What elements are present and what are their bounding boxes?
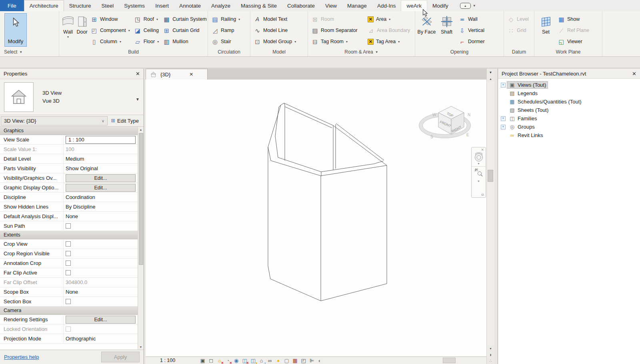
curtain-system-button[interactable]: ▦Curtain System: [162, 14, 208, 25]
level-button[interactable]: ◇Level: [506, 14, 530, 25]
property-value[interactable]: 1 : 100 1 : 100 1 : 100: [63, 135, 138, 144]
temp-view-properties-icon[interactable]: ▢: [282, 357, 291, 364]
property-value[interactable]: Edit... Edit... Edit...: [63, 315, 138, 324]
type-selector[interactable]: 3D View: {3D} ∨: [1, 116, 108, 125]
view-scale-button[interactable]: 1 : 100: [160, 358, 175, 363]
window-button[interactable]: ⊞Window: [89, 14, 132, 25]
tree-item[interactable]: + ∞ Revit Links: [498, 131, 640, 139]
model-group-button[interactable]: ⊡Model Group▾: [252, 36, 298, 47]
expand-icon[interactable]: +: [501, 125, 506, 129]
dormer-button[interactable]: ⌐Dormer: [457, 36, 497, 47]
edit-type-button[interactable]: ⊞ Edit Type: [108, 117, 144, 124]
ribbon-tab[interactable]: Modify: [427, 0, 454, 11]
ribbon-tab[interactable]: View: [320, 0, 342, 11]
shadows-icon[interactable]: ◔ ✕: [224, 357, 232, 364]
vertical-opening-button[interactable]: ⇩Vertical: [457, 25, 497, 36]
compass-north-label[interactable]: N: [468, 113, 470, 117]
compass-south-label[interactable]: S: [430, 135, 433, 139]
checkbox[interactable]: [66, 299, 71, 304]
close-icon[interactable]: ✕: [632, 71, 636, 77]
ribbon-tab[interactable]: File: [0, 0, 24, 11]
mullion-button[interactable]: ▥Mullion: [162, 36, 208, 47]
model-viewport[interactable]: W N S E TOP FRONT RIGHT ✕: [146, 80, 486, 356]
property-value[interactable]: 304800.0 304800.0 304800.0: [63, 278, 138, 287]
close-icon[interactable]: ✕: [136, 71, 140, 77]
tag-area-button[interactable]: ✕Tag Area▾: [366, 36, 413, 47]
property-value[interactable]: [20, 231, 138, 239]
area-boundary-button[interactable]: ⊿Area Boundary: [366, 25, 413, 36]
reveal-hidden-icon[interactable]: ●: [274, 357, 282, 364]
ribbon-collapse-control[interactable]: ▲ ▼: [460, 0, 476, 11]
navbar-close-icon[interactable]: ✕: [481, 147, 486, 152]
room-button[interactable]: ⊠Room: [310, 14, 365, 25]
tree-item[interactable]: + ◫ Families: [498, 114, 640, 123]
checkbox[interactable]: [66, 261, 71, 266]
properties-scrollbar[interactable]: ▲ ▼: [138, 127, 144, 350]
panel-label-room-area[interactable]: Room & Area▼: [308, 48, 415, 56]
area-button[interactable]: ✕Area▾: [366, 14, 413, 25]
wall-opening-button[interactable]: ≖Wall: [457, 14, 497, 25]
property-value[interactable]: Edit... Edit... Edit...: [63, 173, 138, 183]
tree-item[interactable]: + ◎ Groups: [498, 123, 640, 131]
property-value[interactable]: None None None: [63, 212, 138, 221]
ceiling-button[interactable]: ◪Ceiling: [133, 25, 161, 36]
ribbon-tab[interactable]: Systems: [119, 0, 150, 11]
property-value[interactable]: Orthographic Orthographic Orthographic: [63, 334, 138, 343]
tab-overflow-icon[interactable]: ▼: [489, 69, 492, 76]
analytical-model-icon[interactable]: ▦: [291, 357, 299, 364]
ribbon-tab[interactable]: Steel: [96, 0, 119, 11]
scroll-up-icon[interactable]: ▲: [140, 127, 142, 132]
hide-isolate-icon[interactable]: ∞: [266, 357, 274, 364]
chevron-down-icon[interactable]: ▼: [473, 4, 476, 8]
railing-button[interactable]: ▤Railing▾: [210, 14, 242, 25]
property-value[interactable]: [63, 239, 138, 249]
room-separator-button[interactable]: ▨Room Separator: [310, 25, 365, 36]
checkbox[interactable]: [66, 251, 71, 256]
tree-item[interactable]: + ▦ Schedules/Quantities (Tout): [498, 97, 640, 106]
ribbon-tab[interactable]: Analyze: [206, 0, 236, 11]
view-tab-3d[interactable]: {3D} ✕: [146, 69, 208, 80]
ribbon-tab[interactable]: Collaborate: [282, 0, 320, 11]
property-value[interactable]: None None None: [63, 287, 138, 296]
type-preview[interactable]: 3D View Vue 3D ▼: [0, 79, 144, 115]
chevron-down-icon[interactable]: ▼: [477, 162, 480, 165]
scrollbar-thumb[interactable]: [488, 170, 493, 182]
by-face-button[interactable]: By Face: [417, 13, 436, 48]
tree-item[interactable]: + ▧ Sheets (Tout): [498, 106, 640, 114]
component-button[interactable]: ◰Component▾: [89, 25, 132, 36]
view-lock-icon[interactable]: ⌂ ▪: [257, 357, 266, 364]
stair-button[interactable]: ◎Stair: [210, 36, 242, 47]
chevron-down-icon[interactable]: ▼: [477, 180, 480, 183]
door-button[interactable]: Door: [76, 13, 88, 48]
property-value[interactable]: [63, 324, 138, 334]
grid-button[interactable]: ∷Grid: [506, 25, 530, 36]
scroll-down-icon[interactable]: ▼: [140, 344, 142, 350]
ribbon-tab[interactable]: Annotate: [174, 0, 206, 11]
property-value[interactable]: [21, 306, 138, 314]
close-view-icon[interactable]: ✕: [189, 72, 193, 77]
ribbon-tab[interactable]: Insert: [150, 0, 174, 11]
property-value[interactable]: Medium Medium Medium: [63, 154, 138, 163]
property-value[interactable]: [24, 127, 138, 135]
tree-item[interactable]: + ▣ Views (Tout): [498, 81, 640, 89]
model-line-button[interactable]: ∿Model Line: [252, 25, 298, 36]
property-value[interactable]: Coordination Coordination Coordination: [63, 193, 138, 202]
compass-east-label[interactable]: E: [466, 133, 469, 137]
ref-plane-button[interactable]: ⟋Ref Plane: [556, 25, 598, 36]
chevron-down-icon[interactable]: ▼: [136, 97, 140, 101]
viewer-button[interactable]: ◱Viewer: [556, 36, 598, 47]
expand-icon[interactable]: +: [501, 83, 506, 88]
viewcube[interactable]: W N S E TOP FRONT RIGHT: [410, 101, 480, 153]
panel-label-select[interactable]: Select▼: [0, 48, 59, 56]
set-button[interactable]: Set: [536, 13, 555, 48]
visual-style-icon[interactable]: ◻: [207, 357, 215, 364]
navbar-minimize-icon[interactable]: ⊖: [481, 193, 486, 197]
scrollbar-thumb[interactable]: [139, 133, 143, 265]
crop-region-icon[interactable]: ◫ ●: [249, 357, 257, 364]
ribbon-tab[interactable]: Massing & Site: [236, 0, 282, 11]
checkbox[interactable]: [66, 223, 71, 229]
modify-button[interactable]: Modify: [4, 13, 27, 47]
ribbon-tab[interactable]: Architecture: [24, 0, 64, 11]
checkbox[interactable]: [66, 241, 71, 247]
property-value[interactable]: [63, 297, 138, 306]
